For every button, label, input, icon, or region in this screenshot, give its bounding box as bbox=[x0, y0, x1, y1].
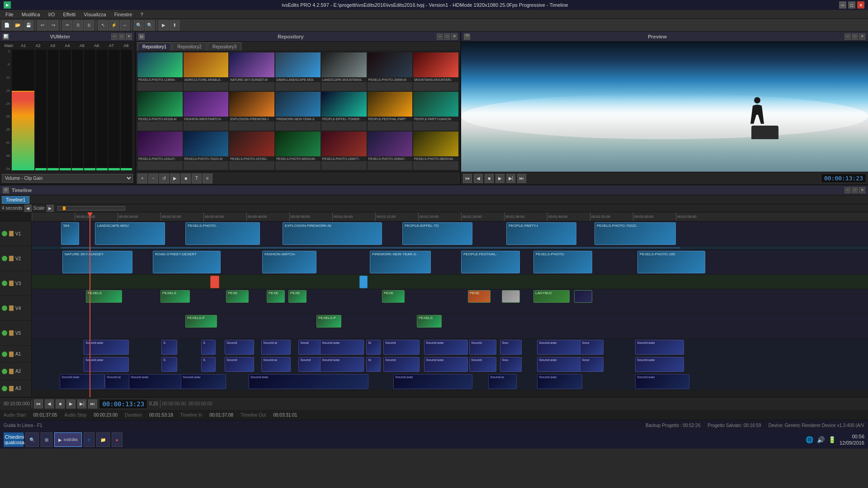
repo-item-7[interactable]: MOUNTAINS-MOUNTAIN- bbox=[413, 52, 458, 91]
v2-clip-5[interactable]: PEOPLE-FESTIVAL- bbox=[461, 251, 520, 273]
start-button[interactable]: Chiedimi qualcosa bbox=[4, 432, 24, 447]
v3-lock[interactable] bbox=[9, 281, 14, 286]
v2-clip-7[interactable]: PEXELS-PHOTO-169 bbox=[637, 251, 705, 273]
repo-min[interactable]: ─ bbox=[437, 33, 443, 40]
a1-lock[interactable] bbox=[9, 352, 14, 357]
v4-eye[interactable] bbox=[2, 305, 7, 311]
repo-play[interactable]: ▶ bbox=[170, 174, 180, 183]
a1-clip-15[interactable]: Sound.wav bbox=[635, 340, 684, 355]
vumeter-max[interactable]: □ bbox=[118, 33, 125, 40]
timeline-close[interactable]: ✕ bbox=[859, 187, 865, 193]
v4-clip-10[interactable] bbox=[574, 290, 592, 303]
a2-clip-13[interactable]: Sound.wav bbox=[537, 357, 582, 372]
repo-item-3[interactable]: NATURE-SKY-SUNSET-M bbox=[229, 52, 274, 91]
a2-clip-5[interactable]: Sound.w bbox=[261, 357, 291, 372]
scale-handle[interactable] bbox=[63, 206, 66, 210]
repo-item-1[interactable]: PEXELS-PHOTO-119564- bbox=[137, 52, 183, 91]
v3-clip-1[interactable] bbox=[210, 276, 219, 288]
vumeter-close[interactable]: ✕ bbox=[126, 33, 132, 40]
repo-text[interactable]: T bbox=[192, 174, 202, 183]
tl-stop[interactable]: ■ bbox=[56, 399, 65, 408]
a2-clip-12[interactable]: Sou bbox=[500, 357, 522, 372]
repo-item-11[interactable]: FIREWORK-NEW-YEAR-S bbox=[275, 92, 321, 130]
open-btn[interactable]: 📂 bbox=[13, 20, 23, 30]
a2-clip-3[interactable]: S bbox=[201, 357, 216, 372]
menu-file[interactable]: File bbox=[2, 11, 17, 18]
repo-tab-2[interactable]: Repository2 bbox=[172, 42, 206, 51]
v2-clip-2[interactable]: ROAD-STREET-DESERT bbox=[153, 251, 221, 273]
menu-finestre[interactable]: Finestre bbox=[111, 11, 136, 18]
a3-clip-8[interactable]: Sound.wav bbox=[537, 374, 582, 389]
v4-clip-9[interactable]: LADYBUC bbox=[533, 290, 570, 303]
a3-eye[interactable] bbox=[2, 386, 7, 391]
preview-stop[interactable]: ■ bbox=[485, 174, 494, 183]
repo-tab-3[interactable]: Repository3 bbox=[208, 42, 241, 51]
cut-btn[interactable]: ✂ bbox=[62, 20, 72, 30]
v1-clip-4[interactable]: PEOPLE-EIFFEL-TO bbox=[402, 222, 472, 245]
v4-clip-4[interactable]: PEXE bbox=[267, 290, 285, 303]
a3-clip-9[interactable]: Sound.wav bbox=[635, 374, 689, 389]
a2-clip-15[interactable]: Sound.wav bbox=[635, 357, 684, 372]
copy-btn[interactable]: ⎘ bbox=[73, 20, 83, 30]
a1-eye[interactable] bbox=[2, 352, 7, 357]
v3-clip-2[interactable] bbox=[359, 276, 368, 288]
v2-clip-4[interactable]: FIREWORK-NEW-YEAR-S- bbox=[370, 251, 431, 273]
vumeter-min[interactable]: ─ bbox=[111, 33, 118, 40]
repo-item-15[interactable]: PEXELS-PHOTO-154147- bbox=[137, 131, 183, 170]
close-btn[interactable]: ✕ bbox=[857, 1, 864, 9]
taskbar-edge[interactable]: e bbox=[84, 432, 94, 447]
a1-clip-6[interactable]: Soud bbox=[298, 340, 323, 355]
a3-lock[interactable] bbox=[9, 386, 14, 391]
repo-item-6[interactable]: PEXELS-PHOTO-29859-M bbox=[368, 52, 413, 91]
repo-item-20[interactable]: PEXELS-PHOTO-169647- bbox=[368, 131, 413, 170]
v4-lock[interactable] bbox=[9, 305, 14, 311]
v2-lock[interactable] bbox=[9, 256, 14, 261]
repo-item-10[interactable]: EXPLOSION-FIREWORK-I bbox=[229, 92, 274, 130]
tl-rewind[interactable]: ⏮ bbox=[34, 399, 43, 408]
v1-clip-6[interactable]: PEXELS-PHOTO-70222- bbox=[594, 222, 676, 245]
repo-item-9[interactable]: FASHION-WRISTWATCH- bbox=[184, 92, 229, 130]
minimize-btn[interactable]: ─ bbox=[839, 1, 846, 9]
repo-refresh[interactable]: ↺ bbox=[159, 174, 169, 183]
preview-next-frame[interactable]: ▶| bbox=[506, 174, 515, 183]
repo-item-19[interactable]: PEXELS-PHOTO-169677- bbox=[321, 131, 367, 170]
timeline-max[interactable]: □ bbox=[852, 187, 858, 193]
render-btn[interactable]: ▶ bbox=[159, 20, 169, 30]
taskbar-media[interactable]: ● bbox=[112, 432, 123, 447]
a2-clip-10[interactable]: Sound.wav bbox=[424, 357, 468, 372]
v2-clip-1[interactable]: NATURE-SKY-SUNSET- bbox=[62, 251, 132, 273]
a1-clip-1[interactable]: Sound.wav bbox=[84, 340, 129, 355]
new-btn[interactable]: 📄 bbox=[2, 20, 12, 30]
v4-clip-2[interactable]: PEXELS bbox=[160, 290, 190, 303]
a2-clip-9[interactable]: Sound bbox=[383, 357, 420, 372]
v4-clip-1[interactable]: PEXELS bbox=[86, 290, 122, 303]
a1-clip-9[interactable]: Sound bbox=[383, 340, 420, 355]
v4-clip-7[interactable]: PEXE bbox=[468, 290, 491, 303]
v2-clip-6[interactable]: PEXELS-PHOTO- bbox=[533, 251, 592, 273]
repo-max[interactable]: □ bbox=[444, 33, 450, 40]
tl-forward[interactable]: ⏭ bbox=[88, 399, 97, 408]
preview-prev-frame[interactable]: ◀ bbox=[474, 174, 483, 183]
v5-clip-1[interactable]: PEXELS-P bbox=[185, 315, 217, 328]
v2-eye[interactable] bbox=[2, 256, 7, 261]
repo-item-13[interactable]: PEOPLE-FESTIVAL-PART bbox=[368, 92, 413, 130]
repo-item-18[interactable]: PEXELS-PHOTO-MEDIUM- bbox=[275, 131, 321, 170]
a1-clip-3[interactable]: S bbox=[201, 340, 216, 355]
volume-select[interactable]: Volume - Clip Gain bbox=[2, 174, 133, 183]
redo-btn[interactable]: ↪ bbox=[48, 20, 58, 30]
preview-close[interactable]: ✕ bbox=[859, 33, 865, 40]
a2-clip-11[interactable]: Sound. bbox=[469, 357, 496, 372]
v5-eye[interactable] bbox=[2, 330, 7, 336]
tool-select[interactable]: ↖ bbox=[98, 20, 108, 30]
v1-eye[interactable] bbox=[2, 231, 7, 236]
a3-clip-5[interactable]: Sound.wav bbox=[249, 374, 368, 389]
menu-modifica[interactable]: Modifica bbox=[18, 11, 44, 18]
taskbar-explorer[interactable]: 📁 bbox=[96, 432, 110, 447]
repo-item-5[interactable]: LANDSCAPE-MOUNTAINS- bbox=[321, 52, 367, 91]
v1-clip-5[interactable]: PEOPLE-PARTY-I bbox=[506, 222, 576, 245]
timeline-tab-1[interactable]: Timeline1 bbox=[2, 196, 29, 204]
tray-battery[interactable]: 🔋 bbox=[828, 436, 836, 443]
a2-clip-8[interactable]: Si bbox=[366, 357, 381, 372]
a3-clip-6[interactable]: Sound.wav bbox=[393, 374, 472, 389]
repo-stop[interactable]: ■ bbox=[181, 174, 191, 183]
